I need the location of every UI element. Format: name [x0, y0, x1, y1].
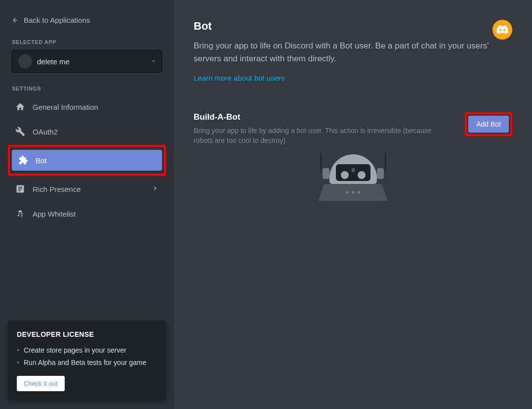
check-it-out-button[interactable]: Check it out	[17, 376, 65, 391]
selected-app-name: delete me	[37, 57, 152, 66]
puzzle-icon	[18, 155, 29, 166]
home-icon	[15, 101, 26, 112]
arrow-left-icon	[12, 17, 19, 24]
list-item: Create store pages in your server	[17, 345, 157, 356]
nav-oauth2[interactable]: OAuth2	[9, 121, 165, 142]
app-avatar	[18, 54, 32, 68]
wrench-icon	[15, 126, 26, 137]
nav-app-whitelist[interactable]: App Whitelist	[9, 203, 165, 224]
developer-license-card: DEVELOPER LICENSE Create store pages in …	[8, 320, 166, 401]
note-icon	[15, 183, 26, 194]
build-a-bot-title: Build-A-Bot	[194, 112, 446, 122]
page-subtitle: Bring your app to life on Discord with a…	[194, 40, 492, 65]
discord-logo-icon	[492, 20, 512, 40]
settings-label: SETTINGS	[8, 83, 166, 94]
caret-down-icon	[152, 60, 156, 63]
selected-app-label: SELECTED APP	[8, 36, 166, 48]
person-sync-icon	[15, 208, 26, 219]
chevron-right-icon	[151, 184, 159, 194]
nav-bot[interactable]: Bot	[12, 150, 162, 171]
nav-label: Rich Presence	[33, 185, 81, 193]
highlight-add-bot: Add Bot	[465, 112, 512, 136]
list-item: Run Alpha and Beta tests for your game	[17, 358, 157, 368]
back-label: Back to Applications	[24, 16, 90, 24]
nav-label: Bot	[36, 156, 47, 165]
learn-more-link[interactable]: Learn more about bot users	[194, 74, 285, 82]
nav-general-information[interactable]: General Information	[9, 96, 165, 117]
nav-rich-presence[interactable]: Rich Presence	[9, 179, 165, 199]
dev-license-bullets: Create store pages in your server Run Al…	[17, 345, 157, 368]
highlight-bot-nav: Bot	[8, 145, 166, 176]
nav-label: App Whitelist	[33, 210, 76, 218]
dev-license-title: DEVELOPER LICENSE	[17, 330, 157, 338]
sidebar: Back to Applications SELECTED APP delete…	[0, 0, 174, 409]
nav-label: General Information	[33, 103, 98, 111]
robot-illustration	[314, 154, 393, 201]
main-content: Bot Bring your app to life on Discord wi…	[174, 0, 532, 409]
add-bot-button[interactable]: Add Bot	[468, 116, 509, 133]
selected-app-dropdown[interactable]: delete me	[12, 50, 162, 73]
page-title: Bot	[194, 20, 492, 33]
back-to-applications-link[interactable]: Back to Applications	[8, 12, 166, 28]
nav-label: OAuth2	[33, 128, 58, 136]
build-a-bot-desc: Bring your app to life by adding a bot u…	[194, 126, 446, 145]
